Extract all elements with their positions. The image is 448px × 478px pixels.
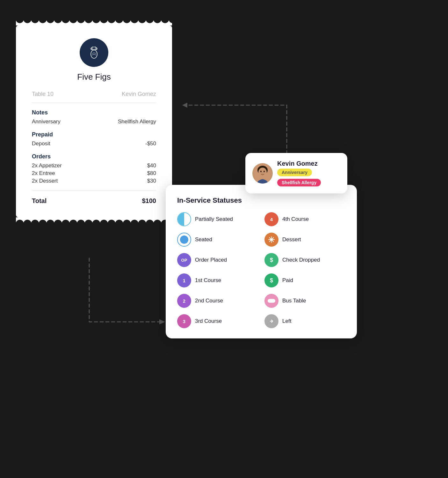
svg-point-7 (258, 168, 267, 177)
status-label-3rd-course: 3rd Course (195, 318, 222, 324)
receipt-meta: Table 10 Kevin Gomez (32, 91, 156, 103)
status-label-check-dropped: Check Dropped (282, 257, 320, 263)
total-value: $100 (142, 197, 156, 205)
guest-card-name: Kevin Gomez (277, 160, 340, 167)
status-label-paid: Paid (282, 277, 293, 284)
orders-label: Orders (32, 153, 156, 160)
status-icon-2nd-course: 2 (177, 294, 191, 308)
status-icon-bus-table (264, 294, 278, 308)
note-1: Anniversary (32, 119, 61, 125)
notes-label: Notes (32, 109, 156, 116)
order-row-2: 2x Entree $80 (32, 170, 156, 177)
svg-marker-4 (159, 319, 165, 324)
receipt-card: Five Figs Table 10 Kevin Gomez Notes Ann… (16, 25, 172, 217)
status-item-3rd-course: 3 3rd Course (177, 314, 258, 328)
status-item-dessert: Dessert (264, 233, 345, 247)
status-icon-check-dropped: $ (264, 253, 278, 267)
status-icon-paid: $ (264, 273, 278, 287)
status-icon-1st-course: 1 (177, 273, 191, 287)
status-icon-left (264, 314, 278, 328)
order-2-label: 2x Entree (32, 170, 55, 177)
guest-tags: Anniversary Shellfish Allergy (277, 169, 340, 186)
deposit-row: Deposit -$50 (32, 141, 156, 147)
deposit-label: Deposit (32, 141, 50, 147)
status-label-2nd-course: 2nd Course (195, 298, 223, 304)
notes-section: Notes Anniversary Shellfish Allergy (32, 109, 156, 125)
status-item-bus-table: Bus Table (264, 294, 345, 308)
statuses-grid: Partially Seated 4 4th Course Seated Des… (177, 212, 345, 328)
table-label: Table 10 (32, 91, 54, 98)
status-item-left: Left (264, 314, 345, 328)
status-label-partially-seated: Partially Seated (195, 216, 233, 222)
order-2-value: $80 (147, 170, 156, 177)
status-item-check-dropped: $ Check Dropped (264, 253, 345, 267)
status-label-order-placed: Order Placed (195, 257, 227, 263)
deposit-value: -$50 (145, 141, 156, 147)
guest-card: Kevin Gomez Anniversary Shellfish Allerg… (245, 153, 347, 193)
status-icon-order-placed: OP (177, 253, 191, 267)
status-item-paid: $ Paid (264, 273, 345, 287)
status-item-4th-course: 4 4th Course (264, 212, 345, 226)
total-label: Total (32, 197, 47, 205)
status-item-2nd-course: 2 2nd Course (177, 294, 258, 308)
status-label-1st-course: 1st Course (195, 277, 221, 284)
restaurant-logo (80, 38, 108, 67)
notes-row: Anniversary Shellfish Allergy (32, 119, 156, 125)
status-item-partially-seated: Partially Seated (177, 212, 258, 226)
prepaid-label: Prepaid (32, 131, 156, 138)
status-label-seated: Seated (195, 236, 212, 243)
order-3-label: 2x Dessert (32, 178, 58, 184)
guest-card-header: Kevin Gomez Anniversary Shellfish Allerg… (252, 160, 340, 186)
status-icon-3rd-course: 3 (177, 314, 191, 328)
guest-name-receipt: Kevin Gomez (122, 91, 156, 98)
restaurant-name: Five Figs (32, 72, 156, 82)
status-label-left: Left (282, 318, 291, 324)
order-1-label: 2x Appetizer (32, 163, 62, 169)
svg-rect-15 (268, 299, 275, 303)
order-3-value: $30 (147, 178, 156, 184)
status-item-1st-course: 1 1st Course (177, 273, 258, 287)
status-label-4th-course: 4th Course (282, 216, 309, 222)
status-item-seated: Seated (177, 233, 258, 247)
status-icon-partially-seated (177, 212, 191, 226)
status-label-bus-table: Bus Table (282, 298, 306, 304)
guest-info: Kevin Gomez Anniversary Shellfish Allerg… (277, 160, 340, 186)
status-label-dessert: Dessert (282, 236, 301, 243)
statuses-panel: In-Service Statuses Partially Seated 4 4… (166, 185, 357, 338)
orders-section: Orders 2x Appetizer $40 2x Entree $80 2x… (32, 153, 156, 184)
order-row-1: 2x Appetizer $40 (32, 163, 156, 169)
status-item-order-placed: OP Order Placed (177, 253, 258, 267)
tag-anniversary: Anniversary (277, 169, 312, 176)
svg-point-8 (260, 170, 262, 172)
status-icon-4th-course: 4 (264, 212, 278, 226)
note-2: Shellfish Allergy (118, 119, 156, 125)
tag-allergy: Shellfish Allergy (277, 179, 321, 186)
svg-point-9 (264, 170, 265, 172)
svg-marker-3 (182, 103, 187, 108)
status-icon-dessert (264, 233, 278, 247)
avatar (252, 163, 273, 184)
status-icon-seated (177, 233, 191, 247)
order-1-value: $40 (147, 163, 156, 169)
order-row-3: 2x Dessert $30 (32, 178, 156, 184)
prepaid-section: Prepaid Deposit -$50 (32, 131, 156, 147)
svg-point-0 (91, 50, 97, 58)
total-row: Total $100 (32, 197, 156, 205)
statuses-title: In-Service Statuses (177, 196, 345, 205)
